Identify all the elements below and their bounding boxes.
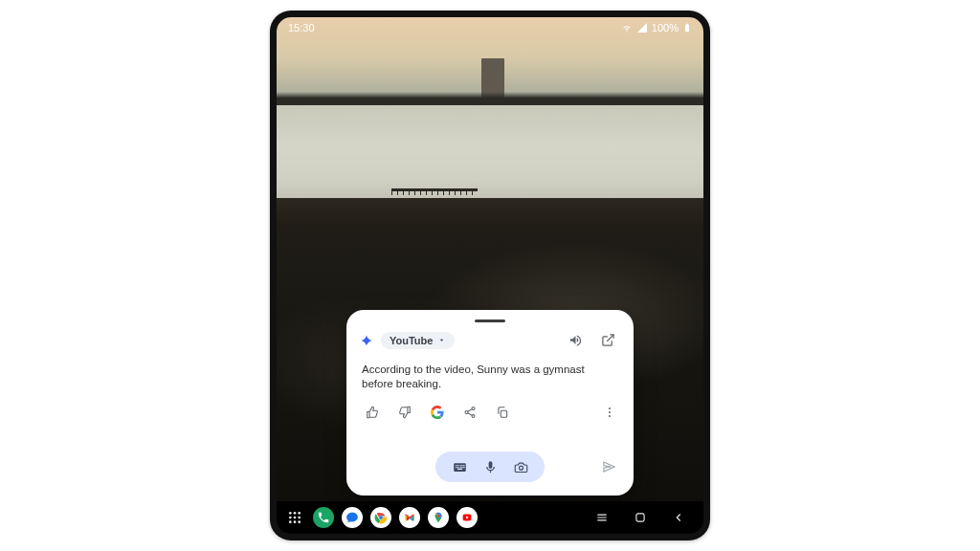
chrome-app-icon[interactable] [370,507,391,528]
open-in-new-icon [601,333,615,347]
svg-point-15 [294,520,297,523]
response-actions [362,402,620,423]
svg-point-11 [289,517,292,519]
svg-point-5 [609,411,611,413]
assistant-panel: YouTube According to the video, Sunny wa… [346,310,634,496]
svg-rect-3 [501,410,506,417]
google-search-button[interactable] [427,402,448,423]
status-right: 100% [621,22,692,33]
mic-icon [483,460,498,474]
status-battery-text: 100% [652,22,679,33]
svg-point-7 [519,466,523,470]
foldable-device-frame: 15:30 100% YouTube [270,11,710,540]
copy-icon [496,406,509,419]
chevron-down-icon [437,336,446,344]
recents-button[interactable] [592,508,612,527]
apps-grid-icon [287,510,302,525]
recents-icon [595,511,609,524]
source-chip-label: YouTube [390,335,433,346]
dock [313,507,478,528]
svg-point-20 [380,517,382,518]
gemini-spark-icon [360,334,373,347]
source-chip[interactable]: YouTube [381,332,455,349]
svg-point-12 [294,517,297,519]
drag-handle[interactable] [475,320,505,322]
more-vert-icon [603,406,616,419]
svg-point-8 [289,512,292,515]
maps-app-icon[interactable] [428,507,449,528]
home-button[interactable] [631,508,650,527]
battery-icon [682,22,692,33]
svg-point-4 [609,408,611,409]
svg-point-1 [465,411,468,414]
copy-button[interactable] [492,402,513,423]
device-screen: 15:30 100% YouTube [277,17,703,534]
google-logo-icon [431,406,444,419]
taskbar [277,501,703,534]
svg-point-9 [294,512,297,515]
all-apps-button[interactable] [286,509,303,526]
keyboard-button[interactable] [451,458,468,475]
keyboard-icon [453,460,467,474]
input-mode-pill [435,452,545,482]
assistant-header: YouTube [360,328,620,353]
more-options-button[interactable] [599,402,620,423]
back-button[interactable] [669,508,688,527]
messages-app-icon[interactable] [342,507,363,528]
thumb-down-button[interactable] [394,402,415,423]
gmail-app-icon[interactable] [399,507,420,528]
youtube-app-icon[interactable] [457,507,478,528]
system-navigation [592,508,694,527]
speaker-icon [568,333,583,347]
back-icon [672,511,685,524]
mic-button[interactable] [481,458,499,475]
send-button[interactable] [602,460,616,474]
phone-app-icon[interactable] [313,507,334,528]
open-in-new-button[interactable] [595,328,620,353]
camera-button[interactable] [512,458,529,475]
svg-point-14 [289,520,292,523]
thumb-up-icon [366,406,379,419]
share-icon [463,406,477,419]
thumb-up-button[interactable] [362,402,383,423]
send-icon [602,460,616,474]
assistant-input-row [360,450,620,484]
speaker-button[interactable] [563,328,588,353]
svg-rect-25 [636,514,644,521]
status-time: 15:30 [288,22,315,33]
svg-point-13 [298,517,301,519]
share-button[interactable] [459,402,480,423]
svg-point-16 [298,520,301,523]
svg-point-0 [472,407,475,409]
thumb-down-icon [398,406,412,419]
svg-point-2 [472,415,475,418]
camera-icon [514,460,528,474]
svg-point-10 [298,512,301,515]
assistant-response-text: According to the video, Sunny was a gymn… [362,363,618,392]
signal-icon [636,22,648,33]
wifi-icon [621,22,633,33]
status-bar: 15:30 100% [277,17,703,38]
svg-point-23 [437,515,440,518]
home-icon [634,511,647,524]
svg-point-6 [609,415,611,417]
